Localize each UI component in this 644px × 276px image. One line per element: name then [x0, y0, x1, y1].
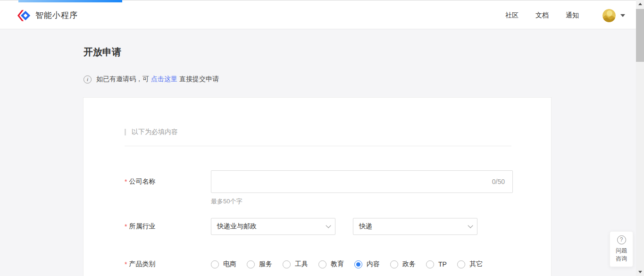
industry-label-text: 所属行业 [129, 222, 155, 231]
help-consult-button[interactable]: ? 问题 咨询 [610, 231, 633, 267]
chevron-down-icon [468, 223, 473, 228]
radio-option-other[interactable]: 其它 [457, 260, 483, 268]
radio-circle [247, 260, 255, 268]
nav-item-docs[interactable]: 文档 [535, 11, 549, 20]
section-marker-bar [125, 129, 126, 135]
nav-item-notifications[interactable]: 通知 [566, 11, 579, 20]
invite-code-notice: i 如已有邀请码，可 点击这里 直接提交申请 [84, 75, 644, 84]
industry-row: * 所属行业 快递业与邮政 快递 [125, 218, 551, 235]
page-load-progress-bar [18, 0, 122, 2]
required-marker: * [125, 178, 127, 185]
product-category-row: * 产品类别 电商 服务 工具 [125, 260, 551, 268]
logo-text: 智能小程序 [35, 10, 78, 21]
app-window: 智能小程序 社区 文档 通知 开放申请 i 如已有邀请码，可 [0, 0, 644, 276]
required-section-header: 以下为必填内容 [125, 128, 551, 136]
radio-option-ecommerce[interactable]: 电商 [211, 260, 236, 268]
logo[interactable]: 智能小程序 [17, 9, 78, 22]
help-label-line1: 问题 [616, 247, 627, 254]
industry-secondary-value: 快递 [359, 222, 468, 231]
industry-primary-select[interactable]: 快递业与邮政 [211, 218, 335, 235]
radio-option-education[interactable]: 教育 [318, 260, 344, 268]
scroll-up-button[interactable] [636, 0, 644, 8]
company-name-input-wrap: 0/50 [211, 170, 513, 193]
application-form-card: 以下为必填内容 * 公司名称 0/50 最多50个字 * [83, 97, 552, 276]
radio-circle [283, 260, 291, 268]
vertical-scrollbar[interactable] [636, 0, 644, 276]
smart-mini-program-icon [17, 9, 31, 22]
radio-option-tp[interactable]: TP [426, 260, 447, 268]
radio-option-content[interactable]: 内容 [354, 260, 380, 268]
user-avatar [602, 9, 616, 22]
product-category-options: 电商 服务 工具 教育 [211, 260, 493, 268]
required-marker: * [125, 260, 127, 268]
header-nav: 社区 文档 通知 [505, 11, 579, 20]
company-name-label: * 公司名称 [125, 170, 211, 193]
radio-circle [426, 260, 434, 268]
nav-item-community[interactable]: 社区 [505, 11, 519, 20]
required-marker: * [125, 223, 127, 230]
chevron-down-icon [620, 14, 625, 17]
info-icon: i [84, 75, 92, 84]
section-title: 以下为必填内容 [132, 128, 178, 136]
chevron-down-icon [326, 223, 331, 228]
header: 智能小程序 社区 文档 通知 [0, 2, 644, 29]
arrow-down-icon [638, 271, 642, 273]
notice-prefix: 如已有邀请码，可 [96, 75, 149, 84]
product-category-label-text: 产品类别 [129, 260, 155, 268]
notice-suffix: 直接提交申请 [179, 75, 219, 84]
help-label-line2: 咨询 [616, 255, 627, 262]
industry-secondary-select[interactable]: 快递 [353, 218, 477, 235]
product-category-label: * 产品类别 [125, 260, 211, 268]
scrollbar-thumb[interactable] [636, 9, 644, 62]
question-icon: ? [617, 235, 626, 244]
radio-circle-checked [354, 260, 362, 268]
company-name-input[interactable] [211, 171, 492, 192]
radio-circle [318, 260, 326, 268]
radio-option-government[interactable]: 政务 [390, 260, 416, 268]
industry-label: * 所属行业 [125, 218, 211, 235]
notice-link[interactable]: 点击这里 [151, 75, 177, 84]
user-menu[interactable] [602, 9, 625, 22]
company-name-label-text: 公司名称 [129, 177, 155, 186]
radio-circle [457, 260, 465, 268]
radio-option-service[interactable]: 服务 [247, 260, 272, 268]
industry-primary-value: 快递业与邮政 [217, 222, 326, 231]
main-content: 开放申请 i 如已有邀请码，可 点击这里 直接提交申请 以下为必填内容 * 公司… [0, 29, 644, 276]
scroll-down-button[interactable] [636, 268, 644, 276]
radio-circle [390, 260, 398, 268]
company-name-helper: 最多50个字 [211, 197, 513, 206]
company-name-control: 0/50 最多50个字 [211, 170, 513, 206]
radio-option-tools[interactable]: 工具 [283, 260, 308, 268]
top-strip [0, 0, 644, 2]
radio-circle [211, 260, 219, 268]
help-consult-label: 问题 咨询 [616, 247, 627, 263]
page-title: 开放申请 [84, 46, 644, 58]
company-name-row: * 公司名称 0/50 最多50个字 [125, 170, 551, 206]
arrow-up-icon [638, 3, 642, 5]
char-counter: 0/50 [492, 178, 505, 185]
section-divider [125, 146, 511, 146]
